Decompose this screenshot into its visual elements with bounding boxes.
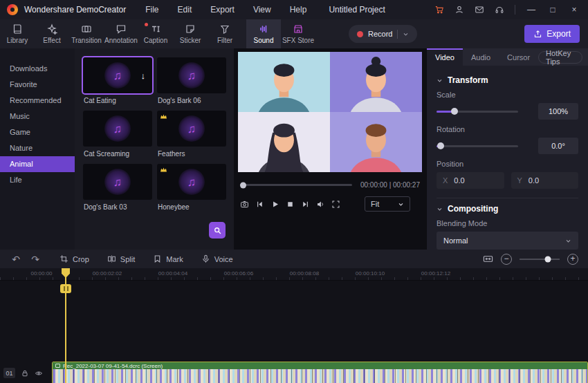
sound-item[interactable]: ♫ ↓ Cat Eating bbox=[83, 57, 152, 104]
content-row: Downloads Favorite Recommended Music Gam… bbox=[0, 48, 588, 250]
transform-section-header[interactable]: Transform bbox=[437, 75, 578, 85]
record-label: Record bbox=[368, 30, 392, 38]
compositing-section-header[interactable]: Compositing bbox=[437, 204, 578, 214]
sound-name: Feathers bbox=[157, 150, 226, 158]
sound-thumbnail[interactable]: ♫ bbox=[157, 111, 226, 147]
mail-icon[interactable] bbox=[475, 5, 484, 15]
previous-frame-icon[interactable] bbox=[255, 200, 264, 209]
sidebar-item-game[interactable]: Game bbox=[0, 124, 75, 140]
mark-button[interactable]: Mark bbox=[153, 254, 183, 263]
export-label: Export bbox=[546, 29, 571, 39]
tool-label: Sound bbox=[254, 37, 274, 44]
sidebar-item-nature[interactable]: Nature bbox=[0, 140, 75, 156]
playhead-grip[interactable] bbox=[60, 284, 71, 293]
menu-help[interactable]: Help bbox=[290, 5, 307, 15]
menu-file[interactable]: File bbox=[145, 5, 158, 15]
preview-video[interactable] bbox=[238, 52, 422, 172]
redo-button[interactable]: ↷ bbox=[29, 254, 42, 265]
sound-item[interactable]: ♫ Honeybee bbox=[157, 164, 226, 211]
cart-icon[interactable] bbox=[434, 5, 444, 15]
tab-caption[interactable]: Caption bbox=[138, 19, 173, 48]
scale-value[interactable]: 100% bbox=[538, 103, 578, 120]
tool-label: Library bbox=[7, 37, 28, 44]
menu-view[interactable]: View bbox=[253, 5, 271, 15]
sound-item[interactable]: ♫ Cat Screaming bbox=[83, 111, 152, 158]
sidebar-item-downloads[interactable]: Downloads bbox=[0, 61, 75, 77]
slider-knob[interactable] bbox=[437, 142, 444, 149]
timeline-ruler[interactable]: 00:00:00 00:00:02:02 00:00:04:04 00:00:0… bbox=[0, 268, 588, 281]
fullscreen-icon[interactable] bbox=[331, 200, 340, 209]
export-button[interactable]: Export bbox=[524, 25, 580, 43]
tab-annotation[interactable]: Annotation bbox=[104, 19, 138, 48]
tab-hotkey-tips[interactable]: HotKey Tips bbox=[538, 51, 582, 64]
position-y-field[interactable]: Y 0.0 bbox=[511, 172, 579, 189]
record-dot-icon bbox=[357, 31, 363, 37]
tab-video[interactable]: Video bbox=[427, 48, 463, 66]
account-icon[interactable] bbox=[454, 5, 464, 15]
scale-slider[interactable] bbox=[437, 111, 518, 113]
zoom-out-button[interactable]: − bbox=[501, 254, 512, 265]
sound-item[interactable]: ♫ Feathers bbox=[157, 111, 226, 158]
category-sidebar: Downloads Favorite Recommended Music Gam… bbox=[0, 48, 75, 250]
maximize-button[interactable]: □ bbox=[547, 4, 558, 15]
tab-audio[interactable]: Audio bbox=[463, 48, 499, 66]
search-button[interactable] bbox=[209, 222, 226, 239]
minimize-button[interactable]: — bbox=[526, 4, 537, 15]
sound-thumbnail[interactable]: ♫ bbox=[83, 111, 152, 147]
sidebar-item-music[interactable]: Music bbox=[0, 109, 75, 124]
slider-knob[interactable] bbox=[451, 108, 458, 115]
tab-sticker[interactable]: Sticker bbox=[173, 19, 208, 48]
sidebar-item-life[interactable]: Life bbox=[0, 172, 75, 188]
tab-cursor[interactable]: Cursor bbox=[499, 48, 538, 66]
chevron-down-icon[interactable] bbox=[403, 31, 409, 37]
record-button[interactable]: Record bbox=[349, 25, 417, 43]
zoom-in-button[interactable]: + bbox=[567, 254, 578, 265]
rotation-slider[interactable] bbox=[437, 145, 518, 147]
menu-edit[interactable]: Edit bbox=[178, 5, 192, 15]
sound-item[interactable]: ♫ Dog's Bark 06 bbox=[157, 57, 226, 104]
rotation-value[interactable]: 0.0° bbox=[538, 138, 578, 154]
tab-sfx-store[interactable]: SFX Store bbox=[281, 19, 315, 48]
tab-library[interactable]: Library bbox=[0, 19, 35, 48]
sound-thumbnail[interactable]: ♫ bbox=[157, 164, 226, 200]
fit-timeline-icon[interactable] bbox=[483, 254, 493, 264]
clip-filmstrip[interactable] bbox=[53, 369, 587, 383]
tab-effect[interactable]: Effect bbox=[35, 19, 69, 48]
volume-icon[interactable] bbox=[316, 200, 325, 209]
blending-mode-dropdown[interactable]: Normal bbox=[437, 232, 578, 250]
play-icon[interactable] bbox=[270, 200, 279, 209]
button-label: Crop bbox=[73, 255, 89, 263]
sound-thumbnail[interactable]: ♫ ↓ bbox=[83, 57, 152, 93]
position-x-field[interactable]: X 0.0 bbox=[437, 172, 504, 189]
sidebar-item-recommended[interactable]: Recommended bbox=[0, 93, 75, 109]
menu-export[interactable]: Export bbox=[210, 5, 235, 15]
sound-thumbnail[interactable]: ♫ bbox=[83, 164, 152, 200]
stop-icon[interactable] bbox=[286, 200, 295, 209]
tab-filter[interactable]: Filter bbox=[208, 19, 242, 48]
tab-transition[interactable]: Transition bbox=[69, 19, 104, 48]
snapshot-camera-icon[interactable] bbox=[240, 200, 249, 209]
eye-icon[interactable] bbox=[35, 369, 43, 377]
next-frame-icon[interactable] bbox=[301, 200, 310, 209]
zoom-slider-knob[interactable] bbox=[544, 256, 551, 262]
download-icon[interactable]: ↓ bbox=[141, 71, 146, 81]
sound-thumbnail[interactable]: ♫ bbox=[157, 57, 226, 93]
seek-handle[interactable] bbox=[240, 182, 246, 188]
voice-button[interactable]: Voice bbox=[201, 254, 233, 263]
split-button[interactable]: Split bbox=[107, 254, 135, 263]
zoom-fit-dropdown[interactable]: Fit bbox=[365, 196, 410, 212]
sidebar-item-favorite[interactable]: Favorite bbox=[0, 77, 75, 93]
seek-bar[interactable] bbox=[240, 184, 352, 186]
tool-label: SFX Store bbox=[282, 37, 314, 44]
sound-item[interactable]: ♫ Dog's Bark 03 bbox=[83, 164, 152, 211]
undo-button[interactable]: ↶ bbox=[10, 254, 22, 265]
tab-sound[interactable]: Sound bbox=[246, 19, 281, 48]
close-button[interactable]: × bbox=[569, 4, 580, 15]
timeline-clip[interactable]: Rec_2022-03-07 09-41-54.dcrc (Screen) bbox=[52, 362, 588, 383]
timeline-zoom-slider[interactable] bbox=[520, 259, 560, 260]
crop-button[interactable]: Crop bbox=[59, 254, 89, 263]
support-headset-icon[interactable] bbox=[495, 5, 504, 15]
ruler-mark: 00:00:08:08 bbox=[290, 270, 319, 277]
sidebar-item-animal[interactable]: Animal bbox=[0, 156, 75, 172]
lock-icon[interactable] bbox=[21, 369, 29, 377]
